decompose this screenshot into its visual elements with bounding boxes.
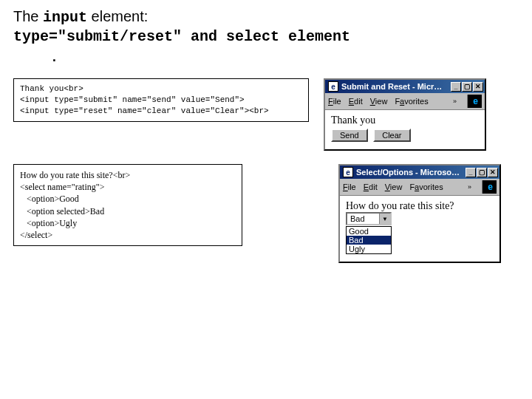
heading-code-type: type="submit/reset": [13, 28, 182, 45]
row-select: How do you rate this site?<br> <select n…: [13, 164, 519, 263]
code-block-submit-reset: Thank you<br> <input type="submit" name=…: [13, 78, 309, 122]
overflow-chevron-icon[interactable]: »: [453, 98, 457, 105]
overflow-chevron-icon[interactable]: »: [468, 183, 471, 191]
rating-select[interactable]: Bad ▼: [346, 212, 392, 225]
menubar: File Edit View Favorites » e: [340, 179, 499, 196]
titlebar: e Submit and Reset - Micr… _ ▢ ✕: [325, 80, 485, 93]
code-line: <input type="reset" name="clear" value="…: [20, 106, 269, 115]
maximize-button[interactable]: ▢: [462, 82, 472, 92]
heading-text: element:: [87, 8, 148, 24]
rating-options-list[interactable]: Good Bad Ugly: [346, 226, 392, 254]
code-line: <option>Good: [20, 194, 79, 204]
code-line: </select>: [20, 230, 52, 240]
menu-view[interactable]: View: [370, 97, 388, 106]
code-line: <select name="rating">: [20, 182, 104, 192]
code-line: <option selected>Bad: [20, 206, 104, 216]
menu-view[interactable]: View: [385, 183, 403, 191]
heading-code-input: input: [43, 9, 87, 26]
slide-heading: The input element: type="submit/reset" a…: [13, 7, 519, 46]
subheading-dot: .: [50, 50, 519, 65]
option-ugly[interactable]: Ugly: [347, 245, 391, 253]
row-submit-reset: Thank you<br> <input type="submit" name=…: [13, 78, 519, 151]
window-title: Select/Options - Microso…: [356, 168, 460, 177]
minimize-button[interactable]: _: [451, 82, 461, 92]
ie-logo-icon: e: [482, 180, 497, 194]
titlebar: e Select/Options - Microso… _ ▢ ✕: [340, 166, 499, 179]
code-line: <input type="submit" name="send" value="…: [20, 95, 245, 104]
menu-favorites[interactable]: Favorites: [395, 97, 428, 106]
menu-edit[interactable]: Edit: [349, 97, 363, 106]
send-button[interactable]: Send: [331, 129, 368, 142]
minimize-button[interactable]: _: [466, 168, 476, 177]
code-line: <option>Ugly: [20, 218, 77, 228]
menubar: FFileile Edit View Favorites » e: [325, 93, 485, 110]
browser-viewport: Thank you Send Clear: [325, 110, 485, 149]
heading-code-select: select element: [226, 28, 350, 45]
window-title: Submit and Reset - Micr…: [341, 82, 442, 91]
ie-icon: e: [328, 81, 338, 92]
menu-file[interactable]: FFileile: [328, 97, 341, 106]
browser-viewport: How do you rate this site? Bad ▼ Good Ba…: [340, 196, 499, 262]
code-line: Thank you<br>: [20, 84, 83, 93]
heading-text: The: [13, 8, 43, 24]
maximize-button[interactable]: ▢: [477, 168, 487, 177]
body-text: Thank you: [331, 115, 479, 126]
menu-file[interactable]: File: [343, 183, 356, 191]
close-button[interactable]: ✕: [473, 82, 483, 92]
select-value: Bad: [347, 214, 379, 223]
code-block-select: How do you rate this site?<br> <select n…: [13, 164, 242, 246]
ie-window-select: e Select/Options - Microso… _ ▢ ✕ File E…: [338, 164, 501, 263]
menu-favorites[interactable]: Favorites: [409, 183, 443, 191]
option-good[interactable]: Good: [347, 227, 391, 236]
ie-window-submit: e Submit and Reset - Micr… _ ▢ ✕ FFileil…: [324, 78, 486, 151]
clear-button[interactable]: Clear: [373, 129, 410, 142]
heading-text-and: and: [182, 28, 226, 45]
ie-logo-icon: e: [467, 95, 482, 108]
option-bad[interactable]: Bad: [347, 236, 391, 245]
ie-icon: e: [343, 167, 353, 177]
menu-edit[interactable]: Edit: [364, 183, 378, 191]
code-line: How do you rate this site?<br>: [20, 170, 130, 180]
body-text: How do you rate this site?: [346, 200, 494, 212]
chevron-down-icon[interactable]: ▼: [379, 214, 390, 224]
close-button[interactable]: ✕: [488, 168, 498, 177]
